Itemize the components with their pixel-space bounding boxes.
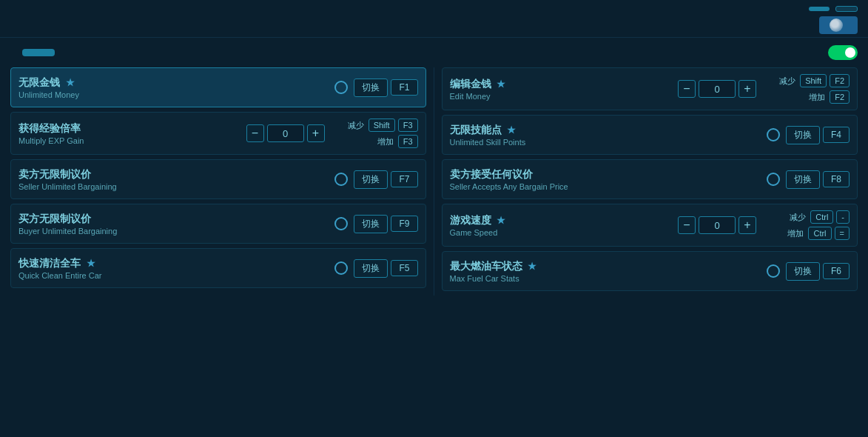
top-bar-right	[821, 45, 858, 60]
key-value-btn[interactable]: F8	[823, 171, 850, 187]
key-value-btn[interactable]: F6	[823, 263, 850, 279]
top-bar-left	[10, 49, 55, 56]
feature-row: 无限金钱 ★Unlimited Money切换F1	[10, 67, 426, 107]
toggle-circle[interactable]	[334, 261, 348, 275]
toggle-circle[interactable]	[767, 264, 780, 278]
feature-name-cn: 卖方无限制议价	[18, 168, 329, 181]
increase-button[interactable]: +	[307, 124, 325, 142]
number-display: 0	[267, 124, 304, 142]
feature-name-en: Quick Clean Entire Car	[18, 271, 329, 280]
key-value-btn[interactable]: F4	[823, 127, 850, 143]
key-row: 切换F1	[354, 79, 417, 97]
decrease-modifier-btn[interactable]: Ctrl	[810, 210, 833, 224]
feature-name-cn: 买方无限制议价	[18, 213, 329, 226]
increase-key-btn[interactable]: F2	[830, 90, 850, 104]
key-row: 切换F7	[354, 170, 417, 189]
feature-row: 无限技能点 ★Unlimited Skill Points切换F4	[442, 115, 858, 155]
features-grid: 无限金钱 ★Unlimited Money切换F1获得经验倍率Multiply …	[10, 67, 858, 296]
feature-row: 卖方接受任何议价Seller Accepts Any Bargain Price…	[442, 159, 858, 199]
star-icon: ★	[525, 261, 537, 272]
feature-name-en: Unlimited Money	[18, 90, 329, 99]
feature-info: 快速清洁全车 ★Quick Clean Entire Car	[18, 257, 329, 280]
key-value-btn[interactable]: F9	[391, 216, 417, 232]
platform-row	[813, 16, 858, 34]
feature-name-en: Max Fuel Car Stats	[450, 274, 761, 283]
toggle-circle[interactable]	[334, 217, 348, 230]
feature-name-cn: 快速清洁全车 ★	[18, 257, 329, 270]
steam-button[interactable]	[819, 16, 858, 34]
star-icon: ★	[63, 77, 75, 88]
toggle-circle[interactable]	[334, 173, 348, 186]
key-label-btn[interactable]: 切换	[786, 170, 820, 189]
key-label-btn[interactable]: 切换	[354, 79, 388, 97]
decrease-label: 减少	[348, 120, 364, 131]
feature-row: 获得经验倍率Multiply EXP Gain−0+减少ShiftF3增加F3	[10, 112, 426, 155]
key-row: 切换F6	[786, 262, 850, 281]
decrease-button[interactable]: −	[246, 124, 264, 142]
feature-row: 卖方无限制议价Seller Unlimited Bargaining切换F7	[10, 159, 426, 199]
decrease-key-btn[interactable]: F3	[398, 119, 418, 132]
star-icon: ★	[494, 79, 506, 90]
main-content: 无限金钱 ★Unlimited Money切换F1获得经验倍率Multiply …	[0, 38, 868, 303]
increase-modifier-btn[interactable]: Ctrl	[808, 227, 831, 240]
key-row: 切换F4	[786, 126, 850, 144]
normal-mode-button[interactable]	[809, 7, 830, 11]
feature-info: 无限金钱 ★Unlimited Money	[18, 76, 329, 99]
decrease-modifier-btn[interactable]: Shift	[369, 119, 395, 132]
num-control: −0+	[678, 216, 756, 234]
increase-label: 增加	[377, 136, 394, 147]
increase-button[interactable]: +	[739, 216, 756, 234]
feature-row: 最大燃油车状态 ★Max Fuel Car Stats切换F6	[442, 251, 858, 291]
key-value-btn[interactable]: F1	[391, 79, 417, 96]
decrease-button[interactable]: −	[678, 80, 696, 98]
feature-name-cn: 无限技能点 ★	[450, 124, 761, 137]
increase-key-btn[interactable]: F3	[398, 135, 418, 148]
key-combo-col: 减少Ctrl-增加Ctrl=	[761, 210, 850, 240]
key-label-btn[interactable]: 切换	[786, 262, 820, 281]
decrease-key-row: 减少ShiftF3	[348, 119, 418, 132]
feature-info: 无限技能点 ★Unlimited Skill Points	[450, 124, 761, 147]
key-label-btn[interactable]: 切换	[354, 215, 388, 233]
increase-label: 增加	[787, 228, 804, 239]
star-icon: ★	[84, 258, 95, 269]
increase-key-row: 增加Ctrl=	[787, 227, 850, 240]
feature-row: 游戏速度 ★Game Speed−0+减少Ctrl-增加Ctrl=	[442, 204, 858, 247]
increase-button[interactable]: +	[739, 80, 756, 98]
increase-key-btn[interactable]: =	[835, 227, 850, 240]
feature-info: 游戏速度 ★Game Speed	[450, 214, 674, 237]
close-all-button[interactable]	[22, 49, 55, 56]
increase-key-row: 增加F2	[809, 90, 850, 104]
feature-name-cn: 游戏速度 ★	[450, 214, 674, 227]
feature-name-en: Buyer Unlimited Bargaining	[18, 227, 329, 236]
num-control: −0+	[678, 80, 756, 98]
key-value-btn[interactable]: F7	[391, 171, 417, 187]
decrease-button[interactable]: −	[678, 216, 696, 234]
key-label-btn[interactable]: 切换	[786, 126, 820, 144]
mode-row	[803, 6, 858, 12]
increase-key-row: 增加F3	[377, 135, 418, 148]
key-value-btn[interactable]: F5	[391, 260, 417, 276]
beta-mode-button[interactable]	[835, 6, 858, 12]
header	[0, 0, 868, 38]
feature-name-cn: 无限金钱 ★	[18, 76, 329, 90]
feature-info: 编辑金钱 ★Edit Money	[450, 78, 674, 101]
key-combo-col: 减少ShiftF3增加F3	[329, 119, 418, 148]
decrease-modifier-btn[interactable]: Shift	[800, 74, 827, 87]
number-display: 0	[699, 80, 736, 98]
hotkey-toggle[interactable]	[828, 45, 858, 60]
top-bar	[10, 45, 858, 60]
toggle-circle[interactable]	[334, 81, 348, 94]
toggle-circle[interactable]	[767, 173, 780, 186]
feature-name-cn: 卖方接受任何议价	[450, 168, 761, 181]
feature-name-en: Game Speed	[450, 228, 674, 237]
feature-name-cn: 获得经验倍率	[18, 122, 242, 136]
key-row: 切换F8	[786, 170, 850, 189]
key-label-btn[interactable]: 切换	[354, 170, 388, 189]
decrease-key-btn[interactable]: F2	[830, 74, 850, 87]
feature-info: 卖方无限制议价Seller Unlimited Bargaining	[18, 168, 329, 191]
toggle-circle[interactable]	[767, 128, 780, 141]
feature-row: 编辑金钱 ★Edit Money−0+减少ShiftF2增加F2	[442, 67, 858, 110]
feature-row: 买方无限制议价Buyer Unlimited Bargaining切换F9	[10, 204, 426, 244]
decrease-key-btn[interactable]: -	[836, 210, 850, 224]
key-label-btn[interactable]: 切换	[354, 259, 388, 278]
